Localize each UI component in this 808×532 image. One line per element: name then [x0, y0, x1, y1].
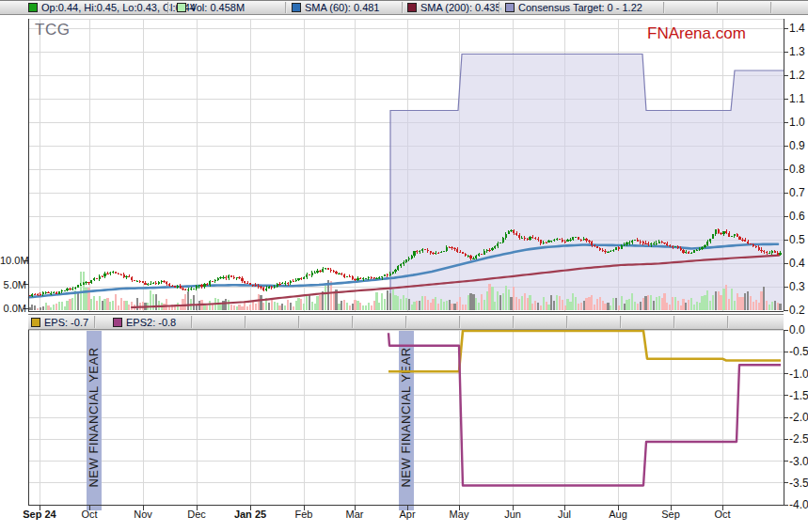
eps-swatch-icon	[31, 318, 40, 327]
volume-axis-label: 10.0M	[0, 255, 26, 266]
eps-axis-label: -3.0	[789, 455, 808, 468]
price-axis-label: 0.5	[789, 233, 805, 246]
price-axis-label: 0.3	[789, 280, 805, 293]
price-axis-label: 0.6	[789, 210, 805, 223]
legend-divider	[405, 316, 407, 328]
legend-item-consensus: Consensus Target: 0 - 1.22	[505, 1, 642, 14]
legend-ohlc-label: Op:0.44, Hi:0.45, Lo:0.43, Cl:0.44	[41, 2, 196, 13]
x-axis-label: Nov	[134, 509, 152, 520]
eps-axis-label: -1.0	[789, 368, 808, 381]
legend-sma60-label: SMA (60): 0.481	[305, 2, 380, 13]
x-axis-label: Jun	[504, 509, 521, 520]
price-axis-label: 0.9	[789, 139, 805, 152]
sma60-swatch-icon	[292, 3, 301, 12]
legend-divider	[620, 316, 622, 328]
x-axis-label: Aug	[609, 509, 627, 520]
legend-divider	[717, 2, 719, 13]
x-axis-label: May	[450, 509, 469, 520]
legend-item-eps: EPS: -0.7	[31, 315, 88, 329]
legend-item-sma200: SMA (200): 0.435	[407, 1, 501, 14]
fnarena-watermark: FNArena.com	[647, 24, 746, 43]
consensus-swatch-icon	[505, 3, 515, 12]
legend-divider	[94, 316, 96, 328]
x-axis-label: Sep	[661, 509, 680, 520]
x-axis-label: Oct	[81, 509, 97, 520]
legend-item-sma60: SMA (60): 0.481	[292, 1, 380, 14]
ohlc-swatch-icon	[28, 3, 38, 12]
x-axis-label: Dec	[187, 509, 206, 520]
price-axis-label: 1.4	[789, 22, 805, 35]
ticker-symbol: TCG	[35, 21, 70, 39]
legend-divider	[298, 316, 300, 328]
legend-divider	[673, 316, 675, 328]
chart-canvas: NEW FINANCIAL YEARNEW FINANCIAL YEAR	[0, 0, 808, 532]
legend-divider	[191, 316, 193, 328]
legend-divider	[402, 2, 404, 13]
price-axis-label: 0.8	[789, 163, 805, 176]
x-axis-label: Jan 25	[234, 509, 266, 520]
ohlc-legend-bar: Op:0.44, Hi:0.45, Lo:0.43, Cl:0.44 Vol: …	[0, 0, 808, 15]
price-axis-label: 1.1	[789, 92, 805, 105]
price-axis-label: 0.7	[789, 186, 805, 199]
new-financial-year-band-label: NEW FINANCIAL YEAR	[87, 347, 101, 487]
legend-divider	[285, 2, 287, 13]
price-axis-label: 1.2	[789, 69, 805, 82]
legend-item-volume: Vol: 0.458M	[177, 1, 245, 14]
new-financial-year-band-label: NEW FINANCIAL YEAR	[399, 347, 413, 487]
legend-sma200-label: SMA (200): 0.435	[420, 2, 501, 13]
legend-divider	[352, 316, 354, 328]
legend-divider	[727, 316, 729, 328]
x-axis-label: Sep 24	[23, 509, 55, 520]
eps-axis-label: -1.5	[789, 389, 808, 402]
x-axis-label: Feb	[295, 509, 313, 520]
legend-divider	[245, 316, 246, 328]
legend-item-eps2: EPS2: -0.8	[113, 315, 176, 329]
legend-divider	[459, 316, 461, 328]
price-axis-label: 1.0	[789, 116, 805, 129]
eps-axis-label: 0.0	[789, 323, 805, 336]
legend-divider	[499, 2, 500, 13]
eps-axis-label: -2.5	[789, 432, 808, 446]
legend-divider	[770, 2, 772, 13]
legend-item-ohlc: Op:0.44, Hi:0.45, Lo:0.43, Cl:0.44	[28, 1, 196, 14]
x-axis-label: Apr	[399, 509, 415, 520]
volume-axis-label: 0.0M	[0, 303, 26, 314]
legend-eps-label: EPS: -0.7	[44, 317, 88, 328]
eps-axis-label: -0.5	[789, 345, 808, 358]
legend-divider	[513, 316, 515, 328]
x-axis-label: Oct	[714, 509, 730, 520]
stock-chart-page: NEW FINANCIAL YEARNEW FINANCIAL YEAR Op:…	[0, 0, 808, 532]
eps-axis-label: -3.5	[789, 477, 808, 490]
price-axis-label: 0.4	[789, 257, 805, 270]
volume-axis-label: 5.0M	[0, 279, 26, 290]
sma200-swatch-icon	[407, 3, 417, 12]
legend-volume-label: Vol: 0.458M	[190, 2, 245, 13]
legend-divider	[663, 2, 665, 13]
eps-legend-bar: EPS: -0.7 EPS2: -0.8	[28, 314, 784, 330]
eps-axis-label: -4.0	[789, 498, 808, 511]
volume-swatch-icon	[177, 3, 186, 12]
legend-eps2-label: EPS2: -0.8	[126, 317, 176, 328]
price-axis-label: 1.3	[789, 45, 805, 58]
eps-axis-label: -2.0	[789, 411, 808, 424]
eps2-swatch-icon	[113, 318, 122, 327]
x-axis-label: Mar	[346, 509, 364, 520]
legend-divider	[566, 316, 568, 328]
legend-divider	[167, 2, 169, 13]
price-axis-label: 0.2	[789, 304, 805, 317]
x-axis-label: Jul	[558, 509, 571, 520]
legend-consensus-label: Consensus Target: 0 - 1.22	[518, 2, 642, 13]
